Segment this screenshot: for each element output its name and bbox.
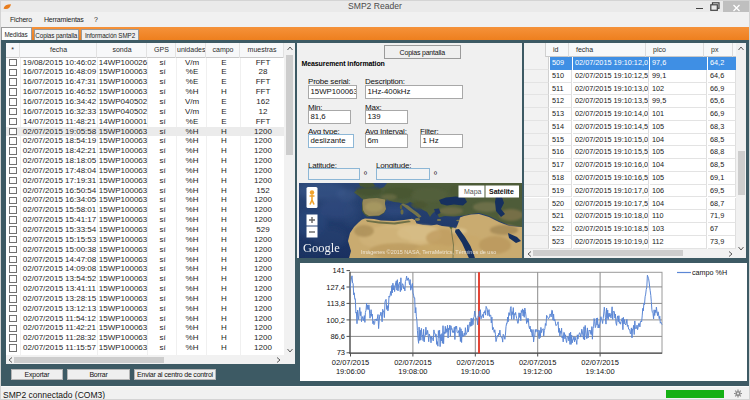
svg-text:100,2: 100,2 xyxy=(326,316,345,325)
svg-text:141: 141 xyxy=(332,266,345,275)
svg-text:02/07/2015: 02/07/2015 xyxy=(457,358,495,367)
svg-text:Satélite: Satélite xyxy=(489,188,514,195)
svg-text:19:10:00: 19:10:00 xyxy=(461,367,490,376)
svg-text:19:12:00: 19:12:00 xyxy=(523,367,552,376)
svg-text:02/07/2015: 02/07/2015 xyxy=(581,358,619,367)
svg-text:02/07/2015: 02/07/2015 xyxy=(332,358,370,367)
svg-text:113,8: 113,8 xyxy=(327,299,345,308)
svg-text:73: 73 xyxy=(337,348,345,357)
svg-text:Google: Google xyxy=(303,241,340,255)
svg-text:02/07/2015: 02/07/2015 xyxy=(394,358,432,367)
svg-text:19:06:00: 19:06:00 xyxy=(336,367,365,376)
svg-text:86,6: 86,6 xyxy=(330,332,345,341)
svg-text:campo %H: campo %H xyxy=(692,268,727,277)
svg-text:19:08:00: 19:08:00 xyxy=(398,367,427,376)
svg-text:Mapa: Mapa xyxy=(464,188,482,196)
svg-text:19:14:00: 19:14:00 xyxy=(585,367,614,376)
svg-text:127,4: 127,4 xyxy=(326,283,345,292)
svg-text:02/07/2015: 02/07/2015 xyxy=(519,358,557,367)
svg-text:Imágenes ©2015 NASA, TerraMetr: Imágenes ©2015 NASA, TerraMetrics, Térmi… xyxy=(361,249,496,255)
